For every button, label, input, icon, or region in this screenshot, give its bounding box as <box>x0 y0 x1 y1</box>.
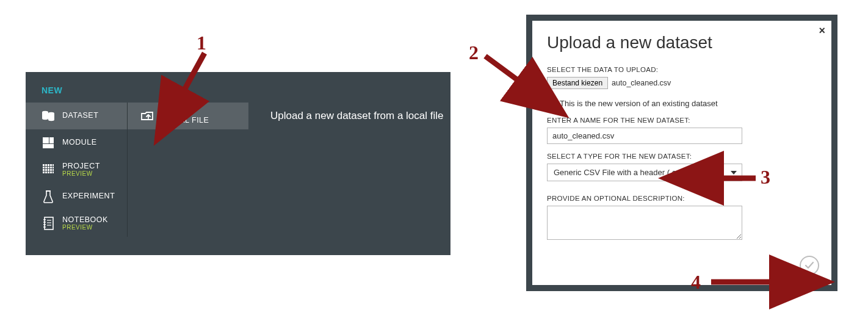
sidebar-item-label: PROJECT <box>62 162 100 171</box>
dataset-type-value: Generic CSV File with a header (.csv) <box>554 168 686 177</box>
project-icon <box>39 164 57 176</box>
sidebar-item-label: EXPERIMENT <box>62 192 115 201</box>
annotation-number-3: 3 <box>761 166 770 189</box>
close-icon[interactable]: × <box>819 24 825 37</box>
upload-dataset-dialog: × Upload a new dataset SELECT THE DATA T… <box>526 15 837 291</box>
check-icon <box>804 260 815 271</box>
experiment-row: EXPERIMENT <box>26 183 450 210</box>
empty-area <box>127 183 450 210</box>
svg-line-38 <box>180 53 204 98</box>
annotation-arrow-4 <box>708 276 794 288</box>
svg-rect-27 <box>50 171 52 173</box>
svg-rect-17 <box>50 167 52 168</box>
dataset-description-textarea[interactable] <box>547 206 742 240</box>
notebook-row: NOTEBOOK PREVIEW <box>26 210 450 237</box>
annotation-arrow-3 <box>707 172 762 184</box>
notebook-icon <box>39 217 57 230</box>
annotation-number-4: 4 <box>691 271 701 294</box>
svg-rect-23 <box>52 169 54 171</box>
type-label: SELECT A TYPE FOR THE NEW DATASET: <box>547 153 817 160</box>
svg-rect-10 <box>45 164 47 166</box>
svg-rect-15 <box>45 167 47 168</box>
option-description: Upload a new dataset from a local file <box>248 103 450 129</box>
select-data-label: SELECT THE DATA TO UPLOAD: <box>547 66 817 73</box>
annotation-arrow-2 <box>482 50 543 99</box>
svg-rect-13 <box>52 164 54 166</box>
name-label: ENTER A NAME FOR THE NEW DATASET: <box>547 117 817 124</box>
experiment-icon <box>39 190 57 203</box>
svg-rect-21 <box>48 169 49 171</box>
sidebar-item-notebook[interactable]: NOTEBOOK PREVIEW <box>26 210 127 237</box>
sidebar-item-module[interactable]: MODULE <box>26 129 127 156</box>
new-items-panel: NEW DATASET <box>26 72 450 255</box>
svg-rect-20 <box>45 169 47 171</box>
svg-point-5 <box>48 118 54 121</box>
option-label-line2: LOCAL FILE <box>163 116 209 125</box>
svg-rect-26 <box>48 171 49 173</box>
folder-upload-icon <box>139 110 157 122</box>
sidebar-item-label: DATASET <box>62 112 98 120</box>
description-label: PROVIDE AN OPTIONAL DESCRIPTION: <box>547 195 817 202</box>
svg-rect-12 <box>50 164 52 166</box>
svg-rect-25 <box>45 171 47 173</box>
svg-rect-30 <box>45 217 53 229</box>
svg-rect-18 <box>52 167 54 168</box>
file-chooser-row: Bestand kiezen auto_cleaned.csv <box>547 77 817 89</box>
empty-area <box>127 156 450 183</box>
choose-file-button[interactable]: Bestand kiezen <box>547 77 608 89</box>
dataset-name-input[interactable] <box>547 128 742 144</box>
svg-line-39 <box>485 56 525 85</box>
svg-rect-14 <box>43 167 45 168</box>
chosen-file-name: auto_cleaned.csv <box>612 79 671 87</box>
sidebar-item-label: NOTEBOOK <box>62 216 108 225</box>
dataset-icon <box>39 110 57 122</box>
new-version-label: This is the new version of an existing d… <box>560 99 718 108</box>
svg-point-2 <box>42 117 48 120</box>
svg-rect-29 <box>46 190 51 192</box>
svg-rect-6 <box>43 137 49 143</box>
svg-rect-28 <box>52 171 54 173</box>
svg-rect-24 <box>43 171 45 173</box>
svg-rect-8 <box>43 144 54 148</box>
svg-rect-9 <box>43 164 45 166</box>
svg-rect-7 <box>49 137 54 143</box>
svg-rect-11 <box>48 164 49 166</box>
panel-title: NEW <box>26 72 450 103</box>
svg-rect-19 <box>43 169 45 171</box>
sidebar-item-label: MODULE <box>62 139 96 147</box>
new-version-checkbox[interactable] <box>547 99 555 107</box>
confirm-button[interactable] <box>800 256 819 275</box>
module-row: MODULE <box>26 129 450 156</box>
sidebar-item-experiment[interactable]: EXPERIMENT <box>26 183 127 210</box>
sidebar-item-project[interactable]: PROJECT PREVIEW <box>26 156 127 183</box>
svg-rect-22 <box>50 169 52 171</box>
svg-rect-16 <box>48 167 49 168</box>
sidebar-item-dataset[interactable]: DATASET <box>26 103 127 129</box>
empty-area <box>127 129 450 156</box>
module-icon <box>39 137 57 149</box>
preview-tag: PREVIEW <box>62 224 108 231</box>
dialog-title: Upload a new dataset <box>547 33 817 52</box>
project-row: PROJECT PREVIEW <box>26 156 450 183</box>
dataset-row: DATASET FROM LOCAL FILE Upload a new dat… <box>26 103 450 129</box>
empty-area <box>127 210 450 237</box>
annotation-arrow-1 <box>171 50 220 111</box>
preview-tag: PREVIEW <box>62 170 100 177</box>
new-version-checkbox-row[interactable]: This is the new version of an existing d… <box>547 99 817 108</box>
annotation-number-2: 2 <box>469 42 479 64</box>
